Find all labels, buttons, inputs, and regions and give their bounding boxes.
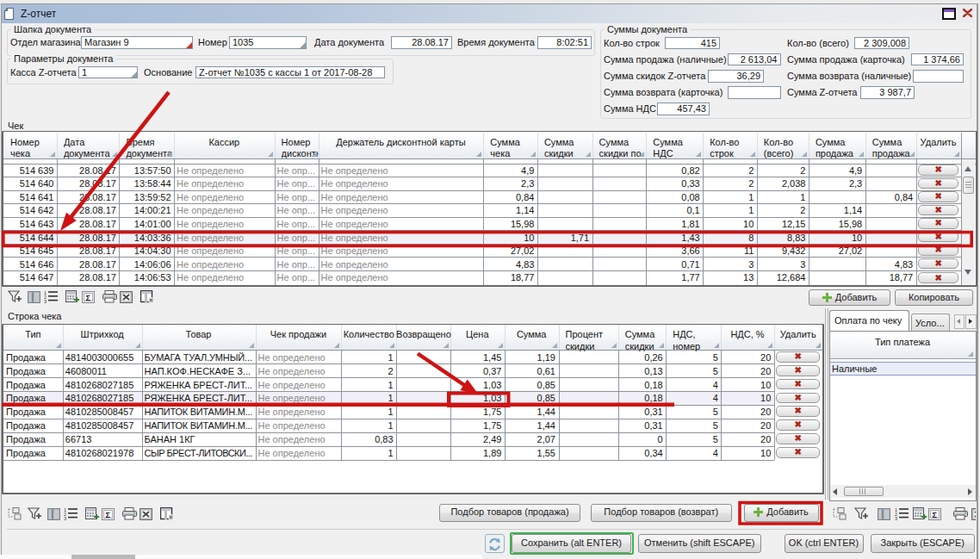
svg-text:Σ: Σ (106, 510, 111, 519)
svg-text:3: 3 (64, 516, 66, 520)
svg-text:Σ: Σ (933, 510, 938, 519)
svg-text:Σ: Σ (86, 293, 91, 301)
svg-text:3: 3 (895, 516, 897, 520)
svg-text:3: 3 (44, 299, 47, 303)
